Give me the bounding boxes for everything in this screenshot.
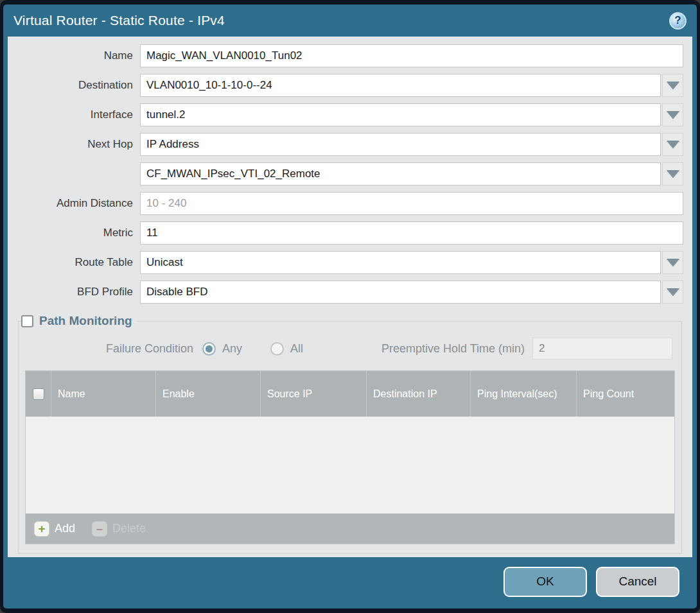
metric-label: Metric <box>17 227 140 239</box>
failure-condition-any-label: Any <box>222 342 242 356</box>
radio-icon <box>202 342 216 356</box>
next-hop-type-input[interactable] <box>140 133 661 156</box>
destination-label: Destination <box>17 79 140 92</box>
next-hop-row: Next Hop <box>17 133 683 156</box>
interface-row: Interface <box>17 103 683 126</box>
column-header-source-ip[interactable]: Source IP <box>261 371 367 417</box>
next-hop-address-input[interactable] <box>140 162 661 186</box>
chevron-down-icon <box>667 170 679 178</box>
name-input[interactable] <box>140 44 683 67</box>
ok-button[interactable]: OK <box>503 567 587 597</box>
bfd-profile-row: BFD Profile <box>17 281 683 304</box>
table-body-empty <box>26 417 674 514</box>
interface-label: Interface <box>17 108 140 121</box>
table-toolbar: + Add – Delete <box>26 514 674 544</box>
help-icon[interactable]: ? <box>669 12 687 30</box>
metric-row: Metric <box>17 221 683 245</box>
path-monitoring-table: Name Enable Source IP Destination IP Pin… <box>25 370 675 544</box>
chevron-down-icon <box>667 111 679 119</box>
route-table-dropdown-button[interactable] <box>662 251 683 274</box>
path-monitoring-section: Path Monitoring Failure Condition Any Al… <box>18 314 682 554</box>
name-label: Name <box>17 49 140 62</box>
destination-row: Destination <box>17 74 683 97</box>
dialog-title: Virtual Router - Static Route - IPv4 <box>13 13 669 28</box>
radio-icon <box>270 342 284 356</box>
path-monitoring-legend-label: Path Monitoring <box>39 314 132 328</box>
chevron-down-icon <box>667 259 679 266</box>
path-monitoring-checkbox[interactable] <box>21 315 33 327</box>
dialog-footer: OK Cancel <box>3 557 697 609</box>
chevron-down-icon <box>667 288 679 296</box>
route-table-label: Route Table <box>17 256 140 269</box>
path-monitoring-legend: Path Monitoring <box>21 314 137 328</box>
preemptive-hold-input[interactable] <box>532 338 672 359</box>
column-header-ping-interval[interactable]: Ping Interval(sec) <box>471 371 577 417</box>
column-header-name[interactable]: Name <box>51 371 156 417</box>
preemptive-hold-group: Preemptive Hold Time (min) <box>381 338 672 359</box>
failure-condition-row: Failure Condition Any All Preemptive Hol… <box>28 337 672 360</box>
failure-condition-all-label: All <box>290 342 303 356</box>
cancel-button[interactable]: Cancel <box>596 567 679 597</box>
admin-distance-label: Admin Distance <box>17 197 140 210</box>
delete-button-label: Delete <box>112 522 146 535</box>
table-header-checkbox-cell <box>26 371 51 417</box>
dialog-titlebar: Virtual Router - Static Route - IPv4 ? <box>3 4 697 37</box>
failure-condition-label: Failure Condition <box>28 342 202 356</box>
destination-dropdown-button[interactable] <box>662 74 683 97</box>
failure-condition-any-radio[interactable]: Any <box>202 342 242 356</box>
failure-condition-all-radio[interactable]: All <box>270 342 303 356</box>
minus-icon: – <box>92 521 107 537</box>
column-header-destination-ip[interactable]: Destination IP <box>367 371 471 417</box>
column-header-enable[interactable]: Enable <box>156 371 261 417</box>
add-button-label: Add <box>55 522 75 535</box>
route-table-input[interactable] <box>140 251 661 274</box>
bfd-profile-dropdown-button[interactable] <box>662 281 683 304</box>
select-all-checkbox[interactable] <box>33 388 44 400</box>
next-hop-address-dropdown-button[interactable] <box>662 162 683 186</box>
dialog-outer-frame: Virtual Router - Static Route - IPv4 ? N… <box>0 0 700 613</box>
route-table-row: Route Table <box>17 251 683 274</box>
dialog-body: Name Destination Interface <box>8 37 692 557</box>
bfd-profile-label: BFD Profile <box>17 286 140 298</box>
preemptive-hold-label: Preemptive Hold Time (min) <box>381 342 532 356</box>
destination-input[interactable] <box>140 74 661 97</box>
static-route-dialog: Virtual Router - Static Route - IPv4 ? N… <box>3 4 697 609</box>
add-button[interactable]: + Add <box>34 521 75 537</box>
bfd-profile-input[interactable] <box>140 281 661 304</box>
admin-distance-row: Admin Distance <box>17 192 683 215</box>
next-hop-dropdown-button[interactable] <box>662 133 683 156</box>
admin-distance-input[interactable] <box>140 192 683 215</box>
next-hop-label: Next Hop <box>17 138 140 151</box>
interface-dropdown-button[interactable] <box>662 103 683 126</box>
metric-input[interactable] <box>140 221 683 245</box>
chevron-down-icon <box>667 141 679 148</box>
delete-button[interactable]: – Delete <box>92 521 146 537</box>
plus-icon: + <box>34 521 49 537</box>
table-header-row: Name Enable Source IP Destination IP Pin… <box>26 371 674 417</box>
column-header-ping-count[interactable]: Ping Count <box>577 371 674 417</box>
interface-input[interactable] <box>140 103 661 126</box>
next-hop-address-row <box>17 162 683 186</box>
chevron-down-icon <box>667 82 679 89</box>
name-row: Name <box>17 44 683 67</box>
